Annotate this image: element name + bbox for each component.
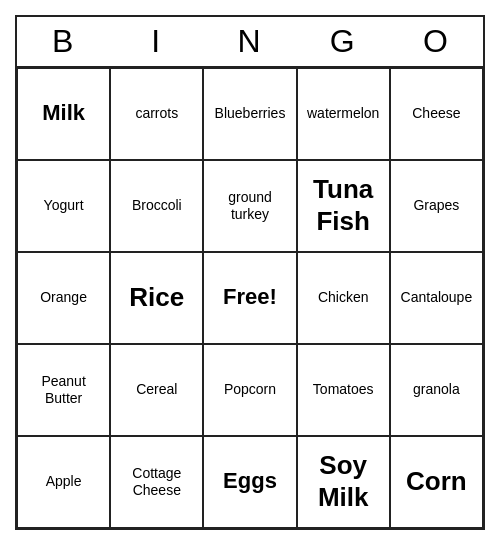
bingo-cell: Cantaloupe [390,252,483,344]
bingo-cell: Orange [17,252,110,344]
bingo-cell: ground turkey [203,160,296,252]
bingo-cell: Broccoli [110,160,203,252]
bingo-cell: Apple [17,436,110,528]
bingo-cell: Eggs [203,436,296,528]
bingo-cell: granola [390,344,483,436]
bingo-cell: Yogurt [17,160,110,252]
header-letter: G [297,17,390,66]
bingo-cell: Tomatoes [297,344,390,436]
bingo-header: BINGO [17,17,483,68]
header-letter: B [17,17,110,66]
header-letter: N [203,17,296,66]
bingo-cell: Chicken [297,252,390,344]
header-letter: I [110,17,203,66]
bingo-cell: Free! [203,252,296,344]
bingo-cell: Peanut Butter [17,344,110,436]
bingo-card: BINGO MilkcarrotsBlueberrieswatermelonCh… [15,15,485,530]
bingo-cell: Cereal [110,344,203,436]
bingo-cell: Soy Milk [297,436,390,528]
bingo-cell: Popcorn [203,344,296,436]
bingo-cell: Corn [390,436,483,528]
bingo-cell: carrots [110,68,203,160]
bingo-cell: Milk [17,68,110,160]
bingo-cell: Cheese [390,68,483,160]
bingo-cell: Tuna Fish [297,160,390,252]
bingo-cell: Cottage Cheese [110,436,203,528]
bingo-cell: Blueberries [203,68,296,160]
bingo-cell: watermelon [297,68,390,160]
bingo-grid: MilkcarrotsBlueberrieswatermelonCheeseYo… [17,68,483,528]
header-letter: O [390,17,483,66]
bingo-cell: Rice [110,252,203,344]
bingo-cell: Grapes [390,160,483,252]
